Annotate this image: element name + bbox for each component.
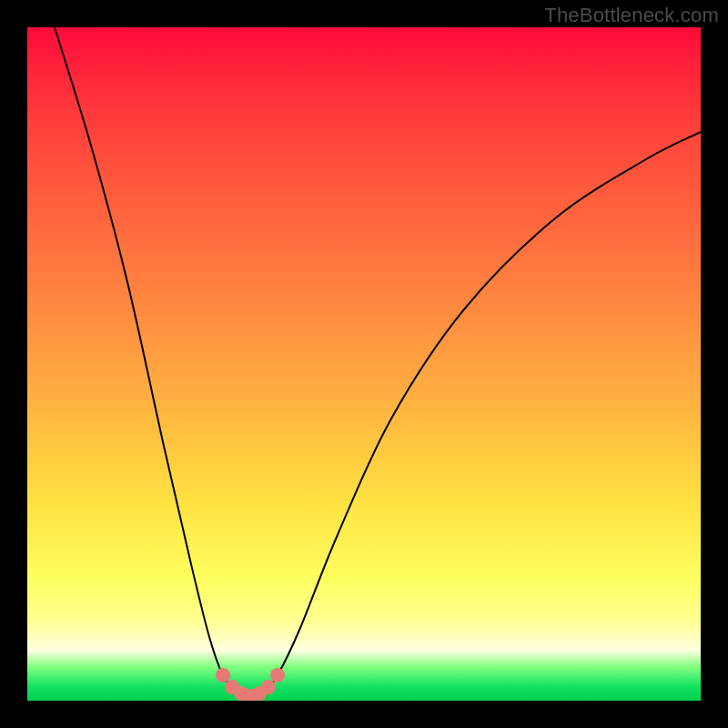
chart-plot-area (27, 27, 701, 701)
curve-marker (270, 668, 285, 682)
curve-marker (216, 668, 230, 682)
curve-markers (27, 27, 701, 701)
watermark-text: TheBottleneck.com (544, 4, 719, 27)
curve-marker (261, 680, 276, 694)
